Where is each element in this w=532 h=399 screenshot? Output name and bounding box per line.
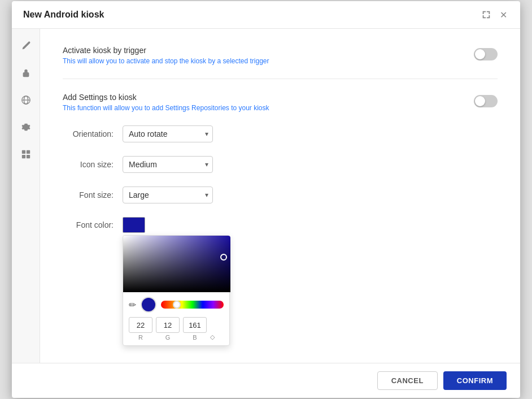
dialog-footer: CANCEL CoNfIRM <box>12 363 520 398</box>
svg-rect-0 <box>23 72 29 77</box>
hue-cursor <box>173 301 181 309</box>
icon-size-select[interactable]: Small Medium Large <box>123 156 213 173</box>
confirm-button[interactable]: CoNfIRM <box>443 371 507 390</box>
divider-1 <box>63 79 498 79</box>
edit-icon[interactable] <box>18 38 34 54</box>
add-settings-description: This function will allow you to add Sett… <box>63 104 269 112</box>
svg-rect-7 <box>26 155 29 158</box>
add-settings-toggle[interactable] <box>474 95 498 107</box>
b-input[interactable] <box>183 317 207 333</box>
dialog: New Android kiosk ✕ <box>12 1 520 398</box>
font-size-label: Font size: <box>63 190 114 200</box>
color-picker-popup: ✏ R <box>123 235 230 346</box>
font-color-label: Font color: <box>63 217 114 229</box>
font-color-row: Font color: <box>63 217 498 346</box>
r-input[interactable] <box>129 317 152 333</box>
g-field: G <box>156 317 180 341</box>
dialog-header: New Android kiosk ✕ <box>12 1 520 29</box>
font-size-select-wrapper: Small Medium Large <box>123 187 213 203</box>
add-settings-label: Add Settings to kiosk <box>63 93 269 102</box>
color-controls: ✏ R <box>123 292 229 345</box>
svg-rect-4 <box>21 150 25 154</box>
font-size-row: Font size: Small Medium Large <box>63 187 498 203</box>
icon-size-row: Icon size: Small Medium Large <box>63 156 498 173</box>
b-label: B <box>193 334 197 341</box>
settings-icon[interactable] <box>18 119 34 135</box>
g-input[interactable] <box>156 317 180 333</box>
gallery-icon[interactable] <box>18 146 34 162</box>
svg-rect-5 <box>26 150 29 154</box>
dialog-body: Activate kiosk by trigger This will allo… <box>12 29 520 363</box>
trigger-description: This will allow you to activate and stop… <box>63 57 269 65</box>
header-icons: ✕ <box>481 9 509 20</box>
close-icon[interactable]: ✕ <box>498 9 509 20</box>
r-label: R <box>138 334 143 341</box>
color-gradient-inner <box>123 236 230 292</box>
globe-icon[interactable] <box>18 92 34 108</box>
color-gradient[interactable] <box>123 236 230 292</box>
sidebar <box>12 29 40 363</box>
orientation-row: Orientation: Auto rotate Portrait Landsc… <box>63 125 498 142</box>
extra-label: ◇ <box>210 333 215 341</box>
icon-size-label: Icon size: <box>63 160 114 169</box>
main-content: Activate kiosk by trigger This will allo… <box>40 29 520 363</box>
orientation-select[interactable]: Auto rotate Portrait Landscape <box>123 125 213 142</box>
rgb-inputs: R G B <box>129 317 224 341</box>
lock-icon[interactable] <box>18 65 34 81</box>
trigger-setting-row: Activate kiosk by trigger This will allo… <box>63 46 498 65</box>
color-controls-top: ✏ <box>129 297 224 313</box>
font-size-select[interactable]: Small Medium Large <box>123 187 213 203</box>
dialog-title: New Android kiosk <box>23 10 104 20</box>
expand-icon[interactable] <box>481 9 492 20</box>
trigger-info: Activate kiosk by trigger This will allo… <box>63 46 269 65</box>
hue-slider[interactable] <box>161 301 224 309</box>
trigger-toggle[interactable] <box>474 48 498 60</box>
extra-field: ◇ <box>210 333 215 341</box>
icon-size-select-wrapper: Small Medium Large <box>123 156 213 173</box>
color-swatch <box>141 297 156 313</box>
r-field: R <box>129 317 152 341</box>
orientation-label: Orientation: <box>63 129 114 138</box>
trigger-label: Activate kiosk by trigger <box>63 46 269 55</box>
orientation-select-wrapper: Auto rotate Portrait Landscape <box>123 125 213 142</box>
eyedropper-icon[interactable]: ✏ <box>129 300 136 310</box>
cancel-button[interactable]: CANCEL <box>377 371 438 390</box>
color-picker-area: ✏ R <box>123 217 230 346</box>
add-settings-row: Add Settings to kiosk This function will… <box>63 93 498 112</box>
b-field: B <box>183 317 207 341</box>
color-preview[interactable] <box>123 217 145 233</box>
dialog-wrapper: New Android kiosk ✕ <box>0 0 532 399</box>
svg-rect-6 <box>21 155 25 158</box>
add-settings-info: Add Settings to kiosk This function will… <box>63 93 269 112</box>
g-label: G <box>165 334 171 341</box>
